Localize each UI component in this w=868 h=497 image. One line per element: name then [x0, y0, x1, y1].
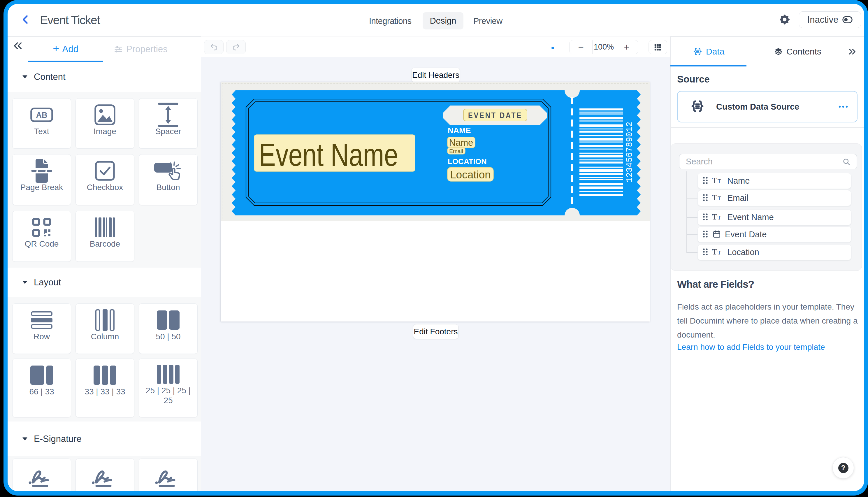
svg-text:Email: Email	[449, 148, 463, 154]
svg-text:Location: Location	[450, 169, 491, 181]
svg-text:T: T	[717, 178, 721, 184]
svg-text:Event Name: Event Name	[259, 137, 398, 173]
svg-text:EVENT DATE: EVENT DATE	[468, 111, 522, 120]
svg-text:T: T	[712, 193, 717, 202]
svg-text:T: T	[712, 247, 717, 256]
svg-text:123456789012: 123456789012	[625, 122, 635, 183]
svg-text:NAME: NAME	[448, 126, 471, 135]
svg-text:AB: AB	[36, 111, 47, 119]
svg-text:T: T	[717, 250, 721, 256]
svg-text:LOCATION: LOCATION	[448, 157, 487, 166]
svg-text:T: T	[712, 176, 717, 185]
svg-text:Name: Name	[449, 138, 473, 148]
svg-text:T: T	[717, 195, 721, 201]
svg-text:T: T	[712, 213, 717, 221]
svg-text:T: T	[717, 215, 721, 221]
